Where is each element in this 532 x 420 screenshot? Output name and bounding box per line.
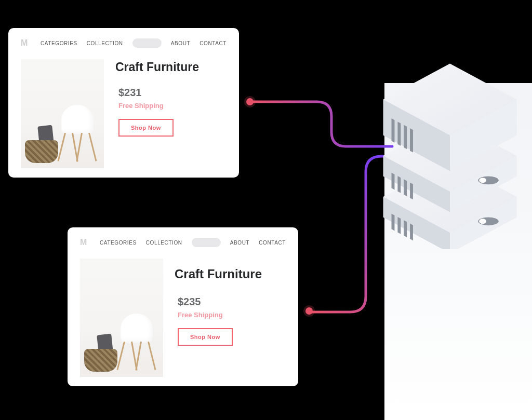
product-title: Craft Furniture (115, 60, 227, 74)
svg-point-9 (479, 219, 486, 224)
svg-rect-16 (404, 179, 407, 196)
nav-contact[interactable]: CONTACT (200, 40, 227, 46)
shipping-badge: Free Shipping (118, 102, 227, 110)
svg-rect-15 (397, 176, 401, 193)
shop-now-button[interactable]: Shop Now (118, 119, 174, 137)
product-price: $235 (178, 296, 286, 308)
nav-contact[interactable]: CONTACT (259, 240, 286, 246)
logo: M (80, 238, 87, 247)
svg-rect-26 (404, 125, 407, 150)
svg-rect-5 (397, 217, 401, 234)
product-image (21, 59, 104, 168)
svg-rect-24 (392, 118, 395, 143)
search-input[interactable] (132, 38, 162, 48)
nav-bar: M CATEGORIES COLLECTION ABOUT CONTACT (80, 238, 286, 247)
product-price: $231 (118, 87, 227, 99)
nav-collection[interactable]: COLLECTION (146, 240, 182, 246)
storefront-card-1: M CATEGORIES COLLECTION ABOUT CONTACT Cr… (8, 28, 239, 178)
svg-rect-7 (410, 224, 413, 241)
storefront-card-2: M CATEGORIES COLLECTION ABOUT CONTACT Cr… (68, 227, 298, 386)
nav-about[interactable]: ABOUT (230, 240, 249, 246)
shipping-badge: Free Shipping (178, 311, 286, 319)
connection-node-bottom (305, 307, 313, 315)
nav-categories[interactable]: CATEGORIES (41, 40, 77, 46)
nav-bar: M CATEGORIES COLLECTION ABOUT CONTACT (21, 38, 227, 48)
logo: M (21, 38, 28, 48)
product-title: Craft Furniture (175, 267, 286, 281)
server-stack-icon (373, 62, 527, 249)
svg-rect-4 (392, 214, 395, 231)
svg-rect-27 (410, 128, 413, 153)
svg-rect-17 (410, 183, 413, 200)
nav-categories[interactable]: CATEGORIES (100, 240, 137, 246)
nav-about[interactable]: ABOUT (171, 40, 190, 46)
connection-node-top (246, 98, 254, 105)
search-input[interactable] (192, 238, 221, 247)
nav-collection[interactable]: COLLECTION (87, 40, 123, 46)
svg-point-19 (479, 178, 486, 183)
svg-rect-25 (397, 121, 401, 146)
svg-rect-6 (404, 220, 407, 237)
shop-now-button[interactable]: Shop Now (178, 328, 233, 346)
product-image (80, 259, 163, 377)
svg-rect-14 (392, 173, 395, 190)
